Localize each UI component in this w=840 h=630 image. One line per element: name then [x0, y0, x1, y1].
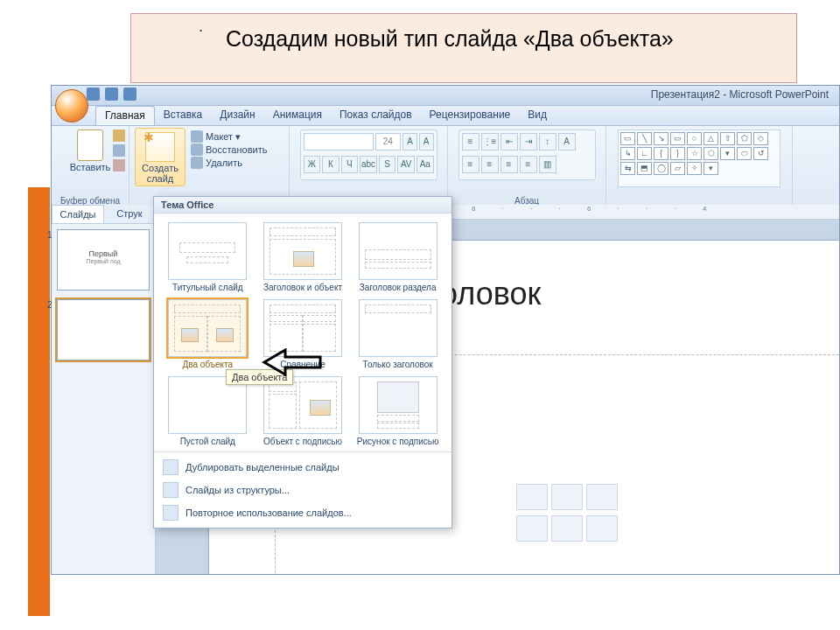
italic-icon[interactable]: К	[322, 156, 340, 173]
office-button[interactable]	[55, 89, 88, 122]
tab-review[interactable]: Рецензирование	[421, 106, 520, 125]
layout-button[interactable]: Макет ▾	[191, 130, 267, 143]
shape-icon[interactable]: △	[704, 132, 718, 145]
shape-icon[interactable]: ▱	[670, 162, 685, 175]
indent-dec-icon[interactable]: ⇤	[500, 133, 518, 150]
case-icon[interactable]: Aa	[416, 156, 434, 173]
undo-icon[interactable]	[105, 88, 118, 101]
align-center-icon[interactable]: ≡	[481, 156, 499, 173]
shape-icon[interactable]: ▭	[670, 132, 685, 145]
align-right-icon[interactable]: ≡	[500, 156, 518, 173]
shape-icon[interactable]: }	[670, 147, 685, 160]
shape-icon[interactable]: ↺	[753, 147, 768, 160]
textdir-icon[interactable]: A	[558, 133, 576, 150]
font-family-box[interactable]	[304, 133, 374, 150]
tab-design[interactable]: Дизайн	[211, 106, 263, 125]
group-shapes: ▭╲↘▭○△⇧⬠ ◇↳∟{}☆⬡▾ ⬭↺⇆⬒◯▱✧▾	[606, 126, 793, 206]
tab-view[interactable]: Вид	[519, 106, 556, 125]
shape-icon[interactable]: ▭	[620, 132, 635, 145]
insert-picture-icon[interactable]	[516, 515, 548, 542]
shape-icon[interactable]: ↳	[620, 147, 635, 160]
slide-thumbnail-1[interactable]: 1 Первый Первый под	[57, 229, 150, 290]
shapes-gallery[interactable]: ▭╲↘▭○△⇧⬠ ◇↳∟{}☆⬡▾ ⬭↺⇆⬒◯▱✧▾	[618, 130, 780, 187]
underline-icon[interactable]: Ч	[341, 156, 359, 173]
shape-icon[interactable]: ⬡	[704, 147, 718, 160]
bold-icon[interactable]: Ж	[304, 156, 321, 173]
paragraph-controls: ≡ ⋮≡ ⇤ ⇥ ↕ A ≡ ≡ ≡ ≡ ▥	[458, 130, 596, 180]
layout-two-content[interactable]: Два объекта	[163, 299, 253, 369]
align-left-icon[interactable]: ≡	[462, 156, 480, 173]
delete-button[interactable]: Удалить	[191, 157, 267, 169]
indent-inc-icon[interactable]: ⇥	[520, 133, 537, 150]
insert-chart-icon[interactable]	[551, 484, 583, 510]
insert-smartart-icon[interactable]	[586, 484, 618, 510]
thumbnails: 1 Первый Первый под 2	[52, 224, 155, 374]
shadow-icon[interactable]: S	[379, 156, 396, 173]
redo-icon[interactable]	[123, 88, 136, 101]
reset-button[interactable]: Восстановить	[191, 144, 267, 156]
tab-insert[interactable]: Вставка	[155, 106, 212, 125]
layout-title-slide[interactable]: Титульный слайд	[163, 222, 253, 292]
layout-title-content[interactable]: Заголовок и объект	[258, 222, 348, 292]
copy-icon[interactable]	[113, 144, 125, 157]
shape-icon[interactable]: ◯	[654, 162, 668, 175]
shape-icon[interactable]: ↘	[654, 132, 668, 145]
insert-clipart-icon[interactable]	[551, 515, 583, 542]
tab-outline[interactable]: Струк	[104, 205, 155, 223]
shape-icon[interactable]: ✧	[687, 162, 702, 175]
shape-icon[interactable]: ▾	[720, 147, 735, 160]
quick-access-toolbar[interactable]	[87, 88, 136, 101]
slide-thumbnail-2[interactable]: 2	[57, 299, 150, 360]
shape-icon[interactable]: ○	[687, 132, 702, 145]
grow-font-icon[interactable]: A	[402, 133, 417, 150]
shape-icon[interactable]: ⬒	[637, 162, 652, 175]
paste-button[interactable]: Вставить	[67, 128, 113, 173]
cut-icon[interactable]	[113, 130, 125, 142]
layout-caption: Рисунок с подписью	[357, 437, 439, 446]
save-icon[interactable]	[87, 88, 100, 101]
tab-slideshow[interactable]: Показ слайдов	[331, 106, 421, 125]
shape-icon[interactable]: ⇆	[620, 162, 635, 175]
font-size-box[interactable]: 24	[375, 133, 402, 150]
justify-icon[interactable]: ≡	[520, 156, 537, 173]
shape-icon[interactable]: ⬭	[737, 147, 752, 160]
thumb-number: 2	[47, 300, 52, 310]
slides-from-outline[interactable]: Слайды из структуры...	[154, 479, 452, 501]
shape-icon[interactable]: ▾	[704, 162, 718, 175]
columns-icon[interactable]: ▥	[539, 156, 556, 173]
layout-title-only[interactable]: Только заголовок	[353, 299, 443, 369]
shrink-font-icon[interactable]: A	[419, 133, 434, 150]
shape-icon[interactable]: {	[654, 147, 668, 160]
tab-slides[interactable]: Слайды	[52, 205, 104, 223]
pointer-arrow	[261, 348, 322, 376]
shape-icon[interactable]: ∟	[637, 147, 652, 160]
tab-home[interactable]: Главная	[95, 106, 155, 125]
tab-animation[interactable]: Анимация	[264, 106, 331, 125]
layout-blank[interactable]: Пустой слайд	[163, 376, 253, 446]
layout-content-caption[interactable]: Объект с подписью	[258, 376, 348, 446]
strike-icon[interactable]: abc	[360, 156, 377, 173]
thumb-subtitle: Первый под	[61, 258, 145, 264]
shape-icon[interactable]: ╲	[637, 132, 652, 145]
bullet: ·	[199, 21, 203, 39]
linespacing-icon[interactable]: ↕	[539, 133, 556, 150]
layout-picture-caption[interactable]: Рисунок с подписью	[353, 376, 443, 446]
layout-section-header[interactable]: Заголовок раздела	[353, 222, 443, 292]
delete-label: Удалить	[206, 158, 242, 168]
bullets-icon[interactable]: ≡	[462, 133, 480, 150]
spacing-icon[interactable]: AV	[397, 156, 415, 173]
shape-icon[interactable]: ⇧	[720, 132, 735, 145]
shape-icon[interactable]: ◇	[753, 132, 768, 145]
shape-icon[interactable]: ⬠	[737, 132, 752, 145]
insert-media-icon[interactable]	[586, 515, 618, 542]
reuse-slides[interactable]: Повторное использование слайдов...	[154, 501, 452, 524]
duplicate-slides[interactable]: Дублировать выделенные слайды	[154, 456, 452, 479]
numbering-icon[interactable]: ⋮≡	[481, 133, 499, 150]
new-slide-button[interactable]: ✱ Создать слайд	[135, 128, 186, 186]
reset-label: Восстановить	[206, 144, 267, 155]
reuse-label: Повторное использование слайдов...	[186, 508, 352, 518]
layout-caption: Пустой слайд	[180, 437, 235, 446]
shape-icon[interactable]: ☆	[687, 147, 702, 160]
insert-table-icon[interactable]	[516, 484, 548, 510]
format-painter-icon[interactable]	[113, 159, 125, 172]
